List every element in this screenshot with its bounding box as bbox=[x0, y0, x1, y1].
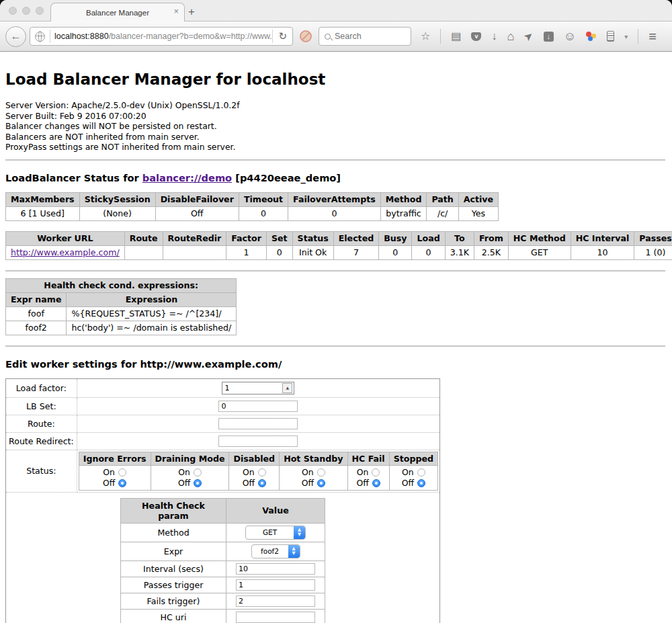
form-row-lb-set: LB Set: bbox=[6, 397, 440, 415]
browser-window: Balancer Manager × + ← localhost:8880/ba… bbox=[0, 0, 672, 623]
expr-select[interactable]: foof2 ▲▼ bbox=[251, 544, 300, 558]
reload-icon[interactable]: ↻ bbox=[273, 30, 292, 42]
route-redirect-input[interactable] bbox=[218, 435, 298, 447]
balancer-demo-link[interactable]: balancer://demo bbox=[142, 172, 232, 183]
back-button[interactable]: ← bbox=[5, 26, 26, 47]
hc-row-passes: Passes trigger bbox=[121, 577, 325, 593]
tab-strip: Balancer Manager × + bbox=[0, 0, 672, 22]
table-row: foof2 hc('body') =~ /domain is establish… bbox=[6, 321, 237, 335]
cell-route bbox=[124, 245, 163, 259]
server-info: Server Version: Apache/2.5.0-dev (Unix) … bbox=[5, 100, 665, 153]
status-label: Status: bbox=[6, 450, 77, 492]
col-routeredir: RouteRedir bbox=[163, 231, 226, 245]
zoom-window-button[interactable] bbox=[36, 7, 44, 15]
lb-set-input[interactable] bbox=[218, 401, 298, 412]
hc-fail-on-radio[interactable] bbox=[372, 468, 380, 476]
new-tab-button[interactable]: + bbox=[188, 5, 195, 19]
disabled-off-radio[interactable] bbox=[258, 479, 266, 487]
draining-mode-off-radio[interactable] bbox=[194, 479, 202, 487]
col-expression: Expression bbox=[67, 292, 237, 306]
disabled-on-radio[interactable] bbox=[258, 468, 266, 476]
on-label: On bbox=[178, 467, 190, 478]
downloads-icon[interactable]: ↓ bbox=[491, 31, 497, 42]
load-factor-label: Load factor: bbox=[6, 378, 77, 397]
tab-close-icon[interactable]: × bbox=[173, 7, 179, 16]
cell-maxmembers: 6 [1 Used] bbox=[6, 206, 80, 220]
hot-standby-off-radio[interactable] bbox=[317, 479, 325, 487]
home-icon[interactable]: ⌂ bbox=[507, 31, 514, 42]
cell-expression: hc('body') =~ /domain is established/ bbox=[67, 321, 237, 335]
passes-input[interactable] bbox=[236, 579, 315, 591]
url-bar[interactable]: localhost:8880/balancer-manager?b=demo&w… bbox=[30, 27, 293, 46]
panel-download-icon[interactable]: ↓ bbox=[544, 32, 554, 42]
load-factor-input[interactable]: 1 ▲ bbox=[222, 382, 294, 394]
select-arrows-icon: ▲▼ bbox=[288, 545, 300, 558]
feedback-smiley-icon[interactable]: ☺ bbox=[564, 31, 576, 42]
site-identity-globe-icon[interactable] bbox=[35, 32, 45, 42]
col-busy: Busy bbox=[379, 231, 412, 245]
overflow-caret-icon[interactable]: ▾ bbox=[624, 33, 628, 40]
route-input[interactable] bbox=[218, 418, 298, 429]
search-icon bbox=[325, 34, 331, 40]
form-row-route: Route: bbox=[6, 415, 440, 432]
send-tab-icon[interactable]: ➤ bbox=[522, 30, 536, 44]
col-hc-interval: HC Interval bbox=[571, 231, 634, 245]
close-window-button[interactable] bbox=[9, 7, 17, 15]
worker-table: Worker URL Route RouteRedir Factor Set S… bbox=[5, 231, 672, 260]
proxypass-note-line: ProxyPass settings are NOT inherited fro… bbox=[5, 142, 665, 153]
expr-selected-value: foof2 bbox=[252, 545, 288, 558]
form-row-load-factor: Load factor: 1 ▲ bbox=[6, 378, 440, 397]
cell-expr-name: foof bbox=[6, 306, 67, 321]
col-passes: Passes bbox=[634, 231, 672, 245]
col-status: Status bbox=[292, 231, 333, 245]
hc-uri-input[interactable] bbox=[236, 612, 315, 623]
off-label: Off bbox=[302, 478, 314, 489]
hc-fail-off-radio[interactable] bbox=[372, 479, 380, 487]
menu-icon[interactable]: ≡ bbox=[648, 29, 657, 44]
interval-input[interactable] bbox=[236, 563, 315, 575]
method-selected-value: GET bbox=[246, 526, 294, 539]
number-spinner-icon[interactable]: ▲ bbox=[282, 383, 292, 393]
col-active: Active bbox=[458, 192, 498, 206]
col-timeout: Timeout bbox=[239, 192, 288, 206]
worker-url-link[interactable]: http://www.example.com/ bbox=[11, 247, 120, 257]
pocket-icon[interactable]: v bbox=[471, 32, 481, 41]
tab-balancer-manager[interactable]: Balancer Manager × bbox=[50, 3, 185, 22]
hot-standby-on-radio[interactable] bbox=[317, 468, 325, 476]
status-header-row: Ignore Errors Draining Mode Disabled Hot… bbox=[79, 452, 437, 465]
edit-worker-form: Load factor: 1 ▲ LB Set: Route: Route Re… bbox=[5, 378, 440, 623]
edit-worker-heading: Edit worker settings for http://www.exam… bbox=[5, 358, 665, 370]
adblock-icon[interactable] bbox=[300, 30, 312, 42]
cell-timeout: 0 bbox=[239, 206, 288, 220]
col-set: Set bbox=[266, 231, 292, 245]
container-icon[interactable] bbox=[607, 31, 614, 42]
col-stickysession: StickySession bbox=[79, 192, 155, 206]
status-cell-ignore-errors: On Off bbox=[79, 465, 151, 490]
cell-passes: 1 (0) bbox=[634, 245, 672, 259]
method-select[interactable]: GET ▲▼ bbox=[245, 526, 306, 540]
url-host: localhost:8880 bbox=[54, 32, 109, 41]
fails-input[interactable] bbox=[236, 595, 315, 607]
search-input[interactable] bbox=[333, 31, 411, 42]
expr-label: Expr bbox=[121, 542, 226, 560]
expr-table-title: Health check cond. expressions: bbox=[6, 278, 237, 292]
table-header-row: Health Check param Value bbox=[121, 498, 325, 523]
draining-mode-on-radio[interactable] bbox=[194, 468, 202, 476]
bookmark-star-icon[interactable]: ☆ bbox=[421, 31, 430, 42]
minimize-window-button[interactable] bbox=[22, 7, 30, 15]
search-bar[interactable] bbox=[319, 27, 411, 46]
heading-prefix: LoadBalancer Status for bbox=[5, 172, 142, 183]
col-worker-url: Worker URL bbox=[6, 231, 125, 245]
loadbalancer-status-heading: LoadBalancer Status for balancer://demo … bbox=[5, 172, 665, 183]
reading-list-icon[interactable]: ▤ bbox=[451, 31, 461, 42]
hc-row-interval: Interval (secs) bbox=[121, 560, 325, 577]
ignore-errors-off-radio[interactable] bbox=[118, 479, 126, 487]
ignore-errors-on-radio[interactable] bbox=[118, 468, 126, 476]
stopped-on-radio[interactable] bbox=[417, 468, 425, 476]
table-row: 6 [1 Used] (None) Off 0 0 bytraffic /c/ … bbox=[6, 206, 499, 220]
stopped-off-radio[interactable] bbox=[417, 479, 425, 487]
testpilot-dots-icon[interactable] bbox=[586, 31, 597, 42]
spinner-up-icon: ▲ bbox=[286, 386, 290, 390]
col-maxmembers: MaxMembers bbox=[6, 192, 80, 206]
url-text[interactable]: localhost:8880/balancer-manager?b=demo&w… bbox=[50, 32, 272, 41]
